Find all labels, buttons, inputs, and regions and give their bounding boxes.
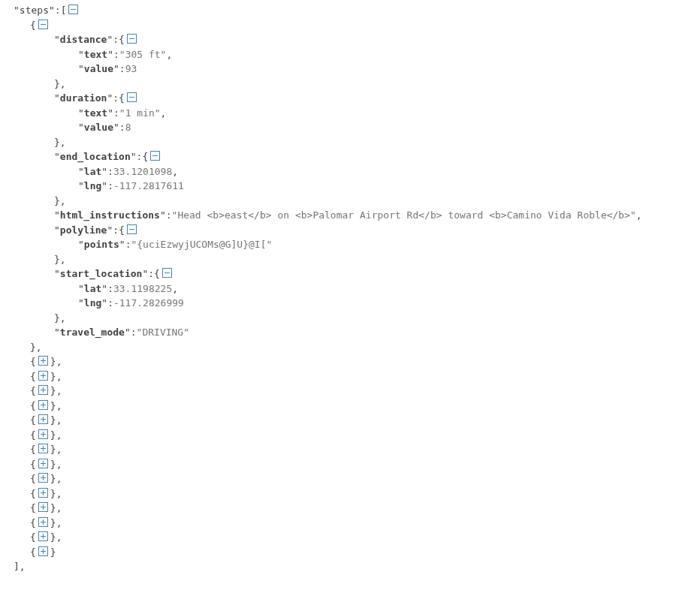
polyline-points: "points":"{uciEzwyjUCOMs@G]U}@I[" bbox=[0, 237, 700, 252]
value-duration-text: 1 min bbox=[125, 106, 155, 121]
key-start-location: start_location bbox=[60, 266, 143, 281]
key-lat: lat bbox=[84, 281, 101, 297]
duration-text: "text":"1 min", bbox=[0, 106, 700, 121]
step-object-open: { bbox=[0, 18, 700, 33]
key-polyline: polyline bbox=[60, 223, 107, 238]
expand-icon[interactable] bbox=[38, 473, 48, 483]
expand-icon[interactable] bbox=[38, 502, 48, 512]
key-lng: lng bbox=[84, 296, 101, 311]
value-end-lng: -117.2817611 bbox=[113, 179, 184, 194]
distance-value: "value":93 bbox=[0, 62, 700, 77]
distance-open: "distance":{ bbox=[0, 32, 700, 47]
key-text: text bbox=[84, 47, 107, 62]
end-location-open: "end_location":{ bbox=[0, 149, 700, 164]
collapsed-step: {}, bbox=[0, 471, 700, 486]
value-travel-mode: DRIVING bbox=[142, 325, 183, 340]
collapsed-step: {}, bbox=[0, 486, 700, 501]
expand-icon[interactable] bbox=[38, 444, 48, 453]
key-value: value bbox=[84, 120, 113, 135]
value-distance-value: 93 bbox=[125, 62, 137, 77]
collapse-icon[interactable] bbox=[38, 20, 48, 29]
expand-icon[interactable] bbox=[38, 531, 48, 541]
collapsed-step: {}, bbox=[0, 354, 700, 369]
expand-icon[interactable] bbox=[38, 400, 48, 410]
key-steps: steps bbox=[20, 3, 49, 18]
start-location-lat: "lat":33.1198225, bbox=[0, 281, 700, 297]
expand-icon[interactable] bbox=[38, 356, 48, 366]
collapse-icon[interactable] bbox=[127, 224, 137, 234]
key-points: points bbox=[84, 237, 119, 252]
value-duration-value: 8 bbox=[125, 120, 131, 135]
collapsed-step: {}, bbox=[0, 530, 700, 545]
duration-value: "value":8 bbox=[0, 120, 700, 135]
key-travel-mode: travel_mode bbox=[60, 325, 125, 340]
step-object-close: }, bbox=[0, 340, 700, 355]
duration-close: }, bbox=[0, 135, 700, 150]
start-location-open: "start_location":{ bbox=[0, 266, 700, 281]
expand-icon[interactable] bbox=[38, 385, 48, 395]
key-duration: duration bbox=[60, 91, 107, 106]
value-points: {uciEzwyjUCOMs@G]U}@I[ bbox=[137, 237, 266, 252]
collapsed-step: {}, bbox=[0, 369, 700, 384]
steps-array-close: ], bbox=[0, 559, 700, 574]
key-text: text bbox=[84, 106, 107, 121]
expand-icon[interactable] bbox=[38, 546, 48, 556]
collapsed-step: {}, bbox=[0, 516, 700, 531]
expand-icon[interactable] bbox=[38, 414, 48, 424]
collapsed-step: {}, bbox=[0, 399, 700, 414]
distance-text: "text":"305 ft", bbox=[0, 47, 700, 62]
duration-open: "duration":{ bbox=[0, 91, 700, 106]
html-instructions: "html_instructions":"Head <b>east</b> on… bbox=[0, 208, 700, 223]
collapse-icon[interactable] bbox=[127, 92, 137, 102]
value-start-lat: 33.1198225 bbox=[113, 281, 172, 297]
collapsed-step: {}, bbox=[0, 384, 700, 399]
collapse-icon[interactable] bbox=[162, 268, 172, 278]
collapsed-step: {}, bbox=[0, 501, 700, 516]
end-location-close: }, bbox=[0, 194, 700, 209]
collapsed-step: {} bbox=[0, 545, 700, 560]
steps-array-open: "steps":[ bbox=[0, 3, 700, 18]
collapse-icon[interactable] bbox=[68, 5, 78, 14]
json-tree-viewer: "steps":[ { "distance":{ "text":"305 ft"… bbox=[0, 0, 700, 577]
collapsed-step: {}, bbox=[0, 413, 700, 428]
travel-mode: "travel_mode":"DRIVING" bbox=[0, 325, 700, 340]
value-distance-text: 305 ft bbox=[125, 47, 161, 62]
distance-close: }, bbox=[0, 77, 700, 92]
key-lng: lng bbox=[84, 179, 101, 194]
collapsed-step: {}, bbox=[0, 442, 700, 457]
key-lat: lat bbox=[84, 164, 101, 179]
expand-icon[interactable] bbox=[38, 488, 48, 498]
expand-icon[interactable] bbox=[38, 429, 48, 439]
start-location-close: }, bbox=[0, 311, 700, 326]
collapsed-step: {}, bbox=[0, 428, 700, 443]
end-location-lng: "lng":-117.2817611 bbox=[0, 179, 700, 194]
value-end-lat: 33.1201098 bbox=[113, 164, 172, 179]
collapse-icon[interactable] bbox=[127, 34, 137, 44]
key-html-instructions: html_instructions bbox=[60, 208, 160, 223]
expand-icon[interactable] bbox=[38, 371, 48, 381]
key-value: value bbox=[84, 62, 113, 77]
key-distance: distance bbox=[60, 32, 107, 47]
expand-icon[interactable] bbox=[38, 459, 48, 468]
collapsed-step: {}, bbox=[0, 457, 700, 472]
value-start-lng: -117.2826999 bbox=[113, 296, 184, 311]
key-end-location: end_location bbox=[60, 149, 131, 164]
collapse-icon[interactable] bbox=[150, 151, 160, 161]
polyline-close: }, bbox=[0, 252, 700, 267]
end-location-lat: "lat":33.1201098, bbox=[0, 164, 700, 179]
value-html-instructions: Head <b>east</b> on <b>Palomar Airport R… bbox=[177, 208, 630, 223]
expand-icon[interactable] bbox=[38, 517, 48, 527]
polyline-open: "polyline":{ bbox=[0, 223, 700, 238]
start-location-lng: "lng":-117.2826999 bbox=[0, 296, 700, 311]
